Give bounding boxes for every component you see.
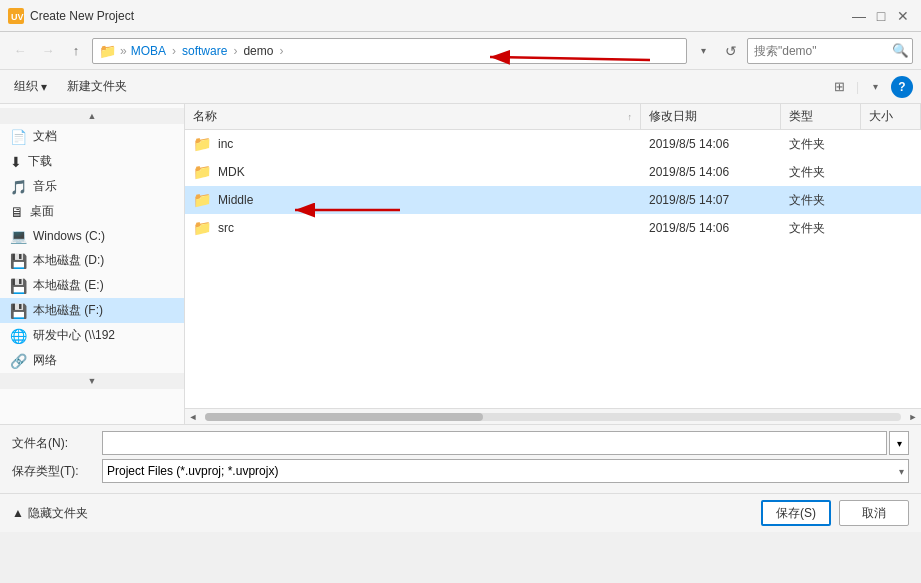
new-folder-button[interactable]: 新建文件夹 [61,75,133,98]
file-name-2: 📁Middle [185,191,641,209]
sidebar-icon-8: 🌐 [10,328,27,344]
sidebar-item-0[interactable]: 📄文档 [0,124,184,149]
filetype-arrow: ▾ [899,466,904,477]
col-header-size[interactable]: 大小 [861,104,921,129]
window-controls: — □ ✕ [849,6,913,26]
hscroll-left[interactable]: ◄ [185,409,201,425]
sidebar-item-7[interactable]: 💾本地磁盘 (F:) [0,298,184,323]
address-software[interactable]: software [182,44,227,58]
file-date-2: 2019/8/5 14:07 [641,193,781,207]
hscroll-thumb[interactable] [205,413,483,421]
sidebar-label-5: 本地磁盘 (D:) [33,252,104,269]
file-name-text-2: Middle [218,193,253,207]
address-sep-3: › [279,44,283,58]
h-scrollbar[interactable]: ◄ ► [185,408,921,424]
file-list: 📁inc2019/8/5 14:06文件夹📁MDK2019/8/5 14:06文… [185,130,921,408]
minimize-button[interactable]: — [849,6,869,26]
hscroll-right[interactable]: ► [905,409,921,425]
file-list-header: 名称 ↑ 修改日期 类型 大小 [185,104,921,130]
sidebar-icon-4: 💻 [10,228,27,244]
col-header-date[interactable]: 修改日期 [641,104,781,129]
folder-icon: 📁 [193,191,212,209]
table-row[interactable]: 📁MDK2019/8/5 14:06文件夹 [185,158,921,186]
sidebar-item-3[interactable]: 🖥桌面 [0,199,184,224]
file-type-3: 文件夹 [781,220,861,237]
window-title: Create New Project [30,9,134,23]
up-button[interactable]: ↑ [64,39,88,63]
table-row[interactable]: 📁src2019/8/5 14:06文件夹 [185,214,921,242]
save-button[interactable]: 保存(S) [761,500,831,526]
filename-label: 文件名(N): [12,435,102,452]
hide-folders-toggle[interactable]: ▲ 隐藏文件夹 [12,505,88,522]
folder-icon: 📁 [193,135,212,153]
sidebar-icon-3: 🖥 [10,204,24,220]
sidebar-label-9: 网络 [33,352,57,369]
sidebar-scroll-up[interactable]: ▲ [0,108,184,124]
back-button[interactable]: ← [8,39,32,63]
file-name-0: 📁inc [185,135,641,153]
bottom-buttons: ▲ 隐藏文件夹 保存(S) 取消 [0,493,921,532]
address-moba[interactable]: MOBA [131,44,166,58]
search-bar: 🔍 [747,38,913,64]
organize-button[interactable]: 组织 ▾ [8,75,53,98]
file-type-1: 文件夹 [781,164,861,181]
filename-dropdown[interactable]: ▾ [889,431,909,455]
sidebar-label-1: 下载 [28,153,52,170]
address-bar[interactable]: 📁 » inc MOBA › software › demo › [92,38,687,64]
sidebar-item-9[interactable]: 🔗网络 [0,348,184,373]
address-separator: » [120,44,127,58]
help-icon: ? [898,80,905,94]
organize-arrow: ▾ [41,80,47,94]
filename-input[interactable] [102,431,887,455]
save-label: 保存(S) [776,505,816,522]
hide-folders-icon: ▲ [12,506,24,520]
sidebar-item-4[interactable]: 💻Windows (C:) [0,224,184,248]
sidebar-item-1[interactable]: ⬇下载 [0,149,184,174]
address-demo[interactable]: demo [243,44,273,58]
help-button[interactable]: ? [891,76,913,98]
sidebar-label-7: 本地磁盘 (F:) [33,302,103,319]
table-row[interactable]: 📁Middle2019/8/5 14:07文件夹 [185,186,921,214]
search-input[interactable] [748,44,888,58]
filetype-dropdown[interactable]: Project Files (*.uvproj; *.uvprojx) ▾ [102,459,909,483]
col-header-type[interactable]: 类型 [781,104,861,129]
address-dropdown-button[interactable]: ▾ [691,39,715,63]
sidebar-icon-6: 💾 [10,278,27,294]
file-name-3: 📁src [185,219,641,237]
sidebar-item-5[interactable]: 💾本地磁盘 (D:) [0,248,184,273]
cancel-label: 取消 [862,505,886,522]
filetype-label: 保存类型(T): [12,463,102,480]
forward-button[interactable]: → [36,39,60,63]
action-bar: 组织 ▾ 新建文件夹 ⊞ | ▾ ? [0,70,921,104]
file-area: 名称 ↑ 修改日期 类型 大小 📁inc2019/8/5 14:06文件夹📁MD… [185,104,921,424]
filename-row: 文件名(N): ▾ [12,431,909,455]
refresh-button[interactable]: ↺ [719,38,743,64]
maximize-button[interactable]: □ [871,6,891,26]
cancel-button[interactable]: 取消 [839,500,909,526]
table-row[interactable]: 📁inc2019/8/5 14:06文件夹 [185,130,921,158]
file-name-text-0: inc [218,137,233,151]
sidebar-label-8: 研发中心 (\\192 [33,327,115,344]
file-name-text-3: src [218,221,234,235]
sidebar-item-6[interactable]: 💾本地磁盘 (E:) [0,273,184,298]
view-button[interactable]: ⊞ [828,75,852,99]
sidebar-label-4: Windows (C:) [33,229,105,243]
file-type-2: 文件夹 [781,192,861,209]
sidebar-label-2: 音乐 [33,178,57,195]
sidebar-item-2[interactable]: 🎵音乐 [0,174,184,199]
svg-text:UV: UV [11,12,24,22]
sidebar-icon-9: 🔗 [10,353,27,369]
close-button[interactable]: ✕ [893,6,913,26]
search-button[interactable]: 🔍 [888,38,912,64]
sidebar-scroll-down[interactable]: ▼ [0,373,184,389]
sidebar-icon-2: 🎵 [10,179,27,195]
sidebar-icon-0: 📄 [10,129,27,145]
sidebar-item-8[interactable]: 🌐研发中心 (\\192 [0,323,184,348]
col-header-name[interactable]: 名称 ↑ [185,104,641,129]
file-date-0: 2019/8/5 14:06 [641,137,781,151]
filetype-value: Project Files (*.uvproj; *.uvprojx) [107,464,278,478]
view-separator: | [856,80,859,94]
hscroll-track [205,413,901,421]
sidebar-label-3: 桌面 [30,203,54,220]
view-dropdown-button[interactable]: ▾ [863,75,887,99]
